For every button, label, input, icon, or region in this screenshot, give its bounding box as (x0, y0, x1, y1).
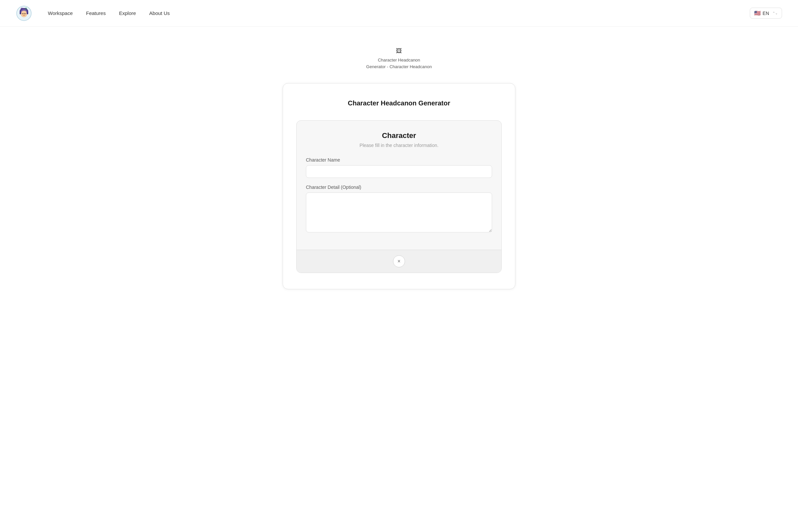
language-selector[interactable]: 🇺🇸 EN ⌃⌄ (750, 8, 782, 19)
chevron-icon: ⌃⌄ (773, 11, 778, 15)
nav-item-about-us[interactable]: About Us (149, 10, 170, 16)
nav-item-features[interactable]: Features (86, 10, 106, 16)
svg-point-4 (21, 11, 27, 17)
character-detail-label: Character Detail (Optional) (306, 185, 492, 190)
logo-icon (16, 5, 32, 21)
form-card: Character Please fill in the character i… (296, 120, 502, 273)
svg-point-5 (23, 13, 24, 14)
nav: Workspace Features Explore About Us (48, 10, 170, 16)
header: Workspace Features Explore About Us 🇺🇸 E… (0, 0, 798, 26)
close-icon: × (397, 258, 400, 264)
hero-image-container: 🖼 Character Headcanon Generator - Charac… (366, 46, 432, 70)
language-code: EN (763, 11, 769, 16)
hero-image-text-line1: Character Headcanon (378, 57, 420, 63)
character-name-group: Character Name (306, 157, 492, 178)
nav-item-explore[interactable]: Explore (119, 10, 136, 16)
svg-rect-8 (26, 12, 28, 14)
character-name-label: Character Name (306, 157, 492, 163)
close-button[interactable]: × (393, 255, 405, 267)
character-detail-group: Character Detail (Optional) (306, 185, 492, 234)
header-left: Workspace Features Explore About Us (16, 5, 170, 21)
main-card: Character Headcanon Generator Character … (283, 83, 515, 289)
character-name-input[interactable] (306, 165, 492, 178)
hero-image-text-line2: Generator - Character Headcanon (366, 63, 432, 70)
broken-image-icon: 🖼 (396, 46, 402, 56)
card-title: Character Headcanon Generator (296, 99, 502, 107)
svg-point-6 (25, 13, 25, 14)
form-card-footer: × (297, 250, 501, 273)
form-card-heading: Character (306, 131, 492, 140)
main-content: 🖼 Character Headcanon Generator - Charac… (0, 26, 798, 316)
flag-icon: 🇺🇸 (754, 10, 761, 16)
form-card-subtitle: Please fill in the character information… (306, 142, 492, 148)
hero-image-placeholder: 🖼 Character Headcanon Generator - Charac… (366, 46, 432, 70)
form-card-body: Character Please fill in the character i… (297, 121, 501, 250)
character-detail-textarea[interactable] (306, 192, 492, 232)
logo (16, 5, 32, 21)
form-card-header: Character Please fill in the character i… (306, 131, 492, 148)
nav-item-workspace[interactable]: Workspace (48, 10, 73, 16)
svg-rect-7 (20, 12, 21, 14)
